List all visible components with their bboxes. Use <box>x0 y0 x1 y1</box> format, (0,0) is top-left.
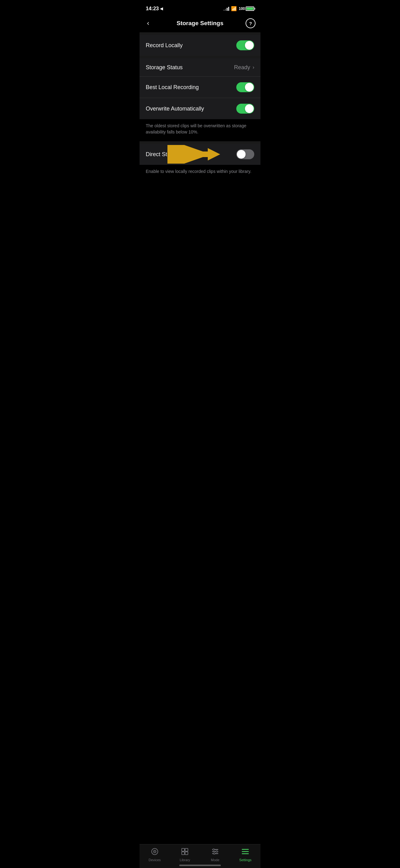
status-bar: 14:23 ◀ 📶 100 <box>139 0 261 16</box>
yellow-arrow-annotation <box>167 145 220 164</box>
battery-box <box>245 6 254 11</box>
location-icon: ◀ <box>160 6 163 11</box>
record-locally-row: Record Locally <box>139 35 261 56</box>
direct-storage-description-text: Enable to view locally recorded clips wi… <box>146 168 254 175</box>
best-local-recording-label: Best Local Recording <box>146 84 199 91</box>
nav-bar: ‹ Storage Settings ? <box>139 16 261 32</box>
storage-status-label: Storage Status <box>146 64 182 71</box>
overwrite-automatically-toggle[interactable] <box>236 104 254 114</box>
direct-storage-description-section: Enable to view locally recorded clips wi… <box>139 165 261 181</box>
best-local-recording-row: Best Local Recording <box>139 76 261 98</box>
direct-storage-access-toggle[interactable] <box>236 149 254 159</box>
toggle-knob-dsa <box>237 150 245 159</box>
help-button[interactable]: ? <box>245 18 256 28</box>
back-button[interactable]: ‹ <box>144 18 152 29</box>
signal-bars-icon <box>224 6 229 11</box>
best-local-recording-toggle[interactable] <box>236 82 254 92</box>
section-separator-2 <box>139 56 261 58</box>
status-icons: 📶 100 <box>224 6 254 11</box>
record-locally-section: Record Locally <box>139 35 261 56</box>
toggle-knob-oa <box>245 104 254 113</box>
overwrite-description-section: The oldest stored clips will be overwrit… <box>139 119 261 141</box>
record-locally-toggle[interactable] <box>236 40 254 50</box>
status-time: 14:23 ◀ <box>146 6 163 12</box>
battery-fill <box>246 7 253 10</box>
svg-marker-1 <box>208 148 220 160</box>
storage-status-row[interactable]: Storage Status Ready › <box>139 58 261 76</box>
direct-storage-section: Direct Storage Access <box>139 144 261 165</box>
section-separator-1 <box>139 32 261 35</box>
overwrite-automatically-row: Overwrite Automatically <box>139 98 261 119</box>
wifi-icon: 📶 <box>231 6 237 11</box>
battery-indicator: 100 <box>239 6 254 11</box>
storage-status-right: Ready › <box>234 64 254 71</box>
section-separator-3 <box>139 141 261 144</box>
page-title: Storage Settings <box>177 20 224 27</box>
overwrite-automatically-label: Overwrite Automatically <box>146 105 204 112</box>
overwrite-description-text: The oldest stored clips will be overwrit… <box>146 123 254 135</box>
toggle-knob-blr <box>245 83 254 92</box>
chevron-right-icon: › <box>253 65 254 70</box>
record-locally-label: Record Locally <box>146 42 182 49</box>
toggle-knob <box>245 41 254 50</box>
storage-status-value: Ready <box>234 64 250 71</box>
storage-section: Storage Status Ready › Best Local Record… <box>139 58 261 119</box>
